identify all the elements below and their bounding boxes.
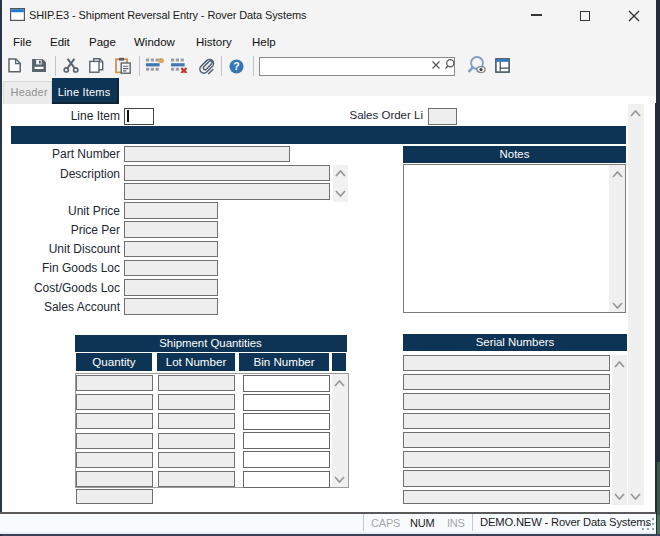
svg-text:?: ? [233,60,239,72]
